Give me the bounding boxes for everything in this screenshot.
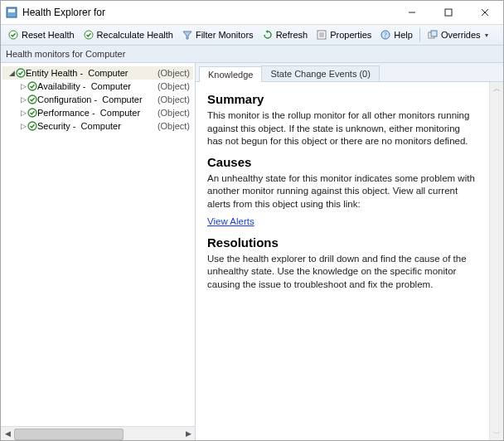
- monitor-tree-pane: ◢ Entity Health - Computer (Object) ▷ Av…: [1, 63, 196, 440]
- filter-icon: [182, 29, 193, 41]
- toolbar: Reset Health Recalculate Health Filter M…: [1, 25, 503, 46]
- expander-icon[interactable]: ◢: [7, 69, 16, 77]
- help-button[interactable]: ? Help: [376, 27, 416, 42]
- tree-item-performance[interactable]: ▷ Performance - Computer (Object): [2, 106, 193, 119]
- context-target: Computer: [85, 49, 125, 59]
- window-title: Health Explorer for: [22, 7, 105, 18]
- scroll-thumb[interactable]: [14, 429, 124, 440]
- detail-pane: Knowledge State Change Events (0) Summar…: [196, 63, 503, 440]
- app-icon: [6, 7, 17, 18]
- context-bar: Health monitors for Computer: [1, 46, 503, 63]
- health-ok-icon: [27, 94, 37, 104]
- help-icon: ?: [380, 29, 391, 41]
- health-ok-icon: [27, 121, 37, 131]
- toolbar-separator: [419, 28, 420, 41]
- reset-health-button[interactable]: Reset Health: [4, 27, 78, 42]
- scroll-left-icon[interactable]: ◀: [1, 429, 14, 438]
- close-button[interactable]: [467, 1, 503, 24]
- overrides-button[interactable]: Overrides ▼: [424, 27, 493, 42]
- summary-text: This monitor is the rollup monitor for a…: [207, 109, 477, 148]
- scroll-right-icon[interactable]: ▶: [182, 429, 195, 438]
- overrides-icon: [427, 29, 439, 41]
- minimize-button[interactable]: [394, 1, 430, 24]
- detail-tabs: Knowledge State Change Events (0): [196, 63, 503, 82]
- monitor-tree[interactable]: ◢ Entity Health - Computer (Object) ▷ Av…: [1, 63, 195, 426]
- refresh-icon: [262, 29, 274, 41]
- refresh-button[interactable]: Refresh: [259, 27, 312, 42]
- svg-rect-15: [431, 31, 437, 36]
- tree-root[interactable]: ◢ Entity Health - Computer (Object): [2, 66, 193, 80]
- svg-rect-3: [445, 9, 452, 16]
- tree-item-configuration[interactable]: ▷ Configuration - Computer (Object): [2, 93, 193, 106]
- context-label: Health monitors for: [6, 49, 83, 59]
- health-ok-icon: [27, 81, 37, 91]
- detail-vertical-scrollbar[interactable]: ︿ ﹀: [489, 82, 503, 440]
- scroll-down-icon[interactable]: ﹀: [490, 427, 503, 440]
- causes-heading: Causes: [207, 155, 477, 169]
- chevron-down-icon: ▼: [484, 32, 490, 38]
- knowledge-content: Summary This monitor is the rollup monit…: [196, 82, 489, 440]
- expander-icon[interactable]: ▷: [19, 82, 27, 90]
- titlebar: Health Explorer for: [1, 1, 503, 25]
- health-explorer-window: Health Explorer for Reset Health Recal: [0, 0, 504, 441]
- expander-icon[interactable]: ▷: [19, 95, 27, 104]
- health-ok-icon: [16, 68, 26, 78]
- recalculate-health-button[interactable]: Recalculate Health: [80, 27, 177, 42]
- health-ok-icon: [27, 108, 37, 118]
- tree-horizontal-scrollbar[interactable]: ◀ ▶: [1, 426, 195, 440]
- tab-state-change-events[interactable]: State Change Events (0): [261, 65, 379, 81]
- summary-heading: Summary: [207, 92, 477, 106]
- recalc-icon: [83, 29, 94, 41]
- maximize-button[interactable]: [430, 1, 467, 24]
- filter-monitors-button[interactable]: Filter Monitors: [178, 27, 257, 42]
- tree-item-availability[interactable]: ▷ Availability - Computer (Object): [2, 80, 193, 93]
- tree-item-security[interactable]: ▷ Security - Computer (Object): [2, 119, 193, 133]
- tab-knowledge[interactable]: Knowledge: [199, 66, 262, 82]
- properties-icon: [316, 29, 327, 41]
- reset-health-icon: [7, 29, 19, 41]
- view-alerts-link[interactable]: View Alerts: [207, 216, 254, 226]
- expander-icon[interactable]: ▷: [19, 109, 27, 117]
- resolutions-text: Use the health explorer to drill down an…: [207, 253, 477, 292]
- resolutions-heading: Resolutions: [207, 235, 477, 250]
- svg-rect-1: [8, 9, 15, 12]
- scroll-up-icon[interactable]: ︿: [490, 82, 503, 95]
- expander-icon[interactable]: ▷: [19, 122, 27, 130]
- svg-text:?: ?: [385, 32, 388, 39]
- properties-button[interactable]: Properties: [313, 27, 375, 42]
- causes-text: An unhealthy state for this monitor indi…: [207, 172, 477, 211]
